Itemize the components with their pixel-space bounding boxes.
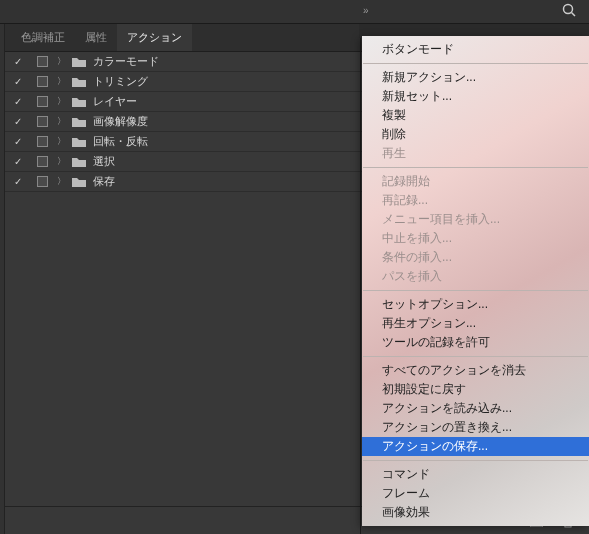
toggle-dialog-icon[interactable] bbox=[31, 56, 53, 67]
toggle-check-icon[interactable]: ✓ bbox=[5, 176, 31, 187]
actions-panel-menu: ボタンモード 新規アクション... 新規セット... 複製 削除 再生 記録開始… bbox=[362, 36, 589, 526]
toggle-check-icon[interactable]: ✓ bbox=[5, 156, 31, 167]
collapse-arrows-icon[interactable]: » bbox=[363, 5, 369, 16]
action-set-label: 画像解像度 bbox=[89, 114, 148, 129]
toggle-dialog-icon[interactable] bbox=[31, 156, 53, 167]
folder-icon bbox=[69, 153, 89, 171]
svg-line-1 bbox=[572, 13, 576, 17]
menu-image-effects[interactable]: 画像効果 bbox=[362, 503, 589, 522]
toggle-check-icon[interactable]: ✓ bbox=[5, 96, 31, 107]
menu-clear-all-actions[interactable]: すべてのアクションを消去 bbox=[362, 361, 589, 380]
menu-insert-stop: 中止を挿入... bbox=[362, 229, 589, 248]
menu-insert-conditional: 条件の挿入... bbox=[362, 248, 589, 267]
menu-button-mode[interactable]: ボタンモード bbox=[362, 40, 589, 59]
menu-new-action[interactable]: 新規アクション... bbox=[362, 68, 589, 87]
folder-icon bbox=[69, 173, 89, 191]
action-set-label: 回転・反転 bbox=[89, 134, 148, 149]
chevron-right-icon[interactable]: 〉 bbox=[53, 155, 69, 168]
folder-icon bbox=[69, 133, 89, 151]
folder-icon bbox=[69, 93, 89, 111]
toggle-dialog-icon[interactable] bbox=[31, 76, 53, 87]
toggle-dialog-icon[interactable] bbox=[31, 136, 53, 147]
toggle-dialog-icon[interactable] bbox=[31, 116, 53, 127]
tab-actions[interactable]: アクション bbox=[117, 24, 192, 51]
chevron-right-icon[interactable]: 〉 bbox=[53, 75, 69, 88]
menu-commands[interactable]: コマンド bbox=[362, 465, 589, 484]
menu-play: 再生 bbox=[362, 144, 589, 163]
menu-re-record: 再記録... bbox=[362, 191, 589, 210]
tab-color-correction[interactable]: 色調補正 bbox=[11, 24, 75, 51]
chevron-right-icon[interactable]: 〉 bbox=[53, 55, 69, 68]
menu-playback-options[interactable]: 再生オプション... bbox=[362, 314, 589, 333]
toggle-check-icon[interactable]: ✓ bbox=[5, 76, 31, 87]
chevron-right-icon[interactable]: 〉 bbox=[53, 115, 69, 128]
menu-set-options[interactable]: セットオプション... bbox=[362, 295, 589, 314]
search-icon[interactable] bbox=[561, 2, 577, 22]
toggle-check-icon[interactable]: ✓ bbox=[5, 136, 31, 147]
chevron-right-icon[interactable]: 〉 bbox=[53, 95, 69, 108]
menu-insert-menu-item: メニュー項目を挿入... bbox=[362, 210, 589, 229]
toggle-check-icon[interactable]: ✓ bbox=[5, 116, 31, 127]
menu-replace-actions[interactable]: アクションの置き換え... bbox=[362, 418, 589, 437]
action-set-label: 選択 bbox=[89, 154, 115, 169]
menu-reset-actions[interactable]: 初期設定に戻す bbox=[362, 380, 589, 399]
menu-frames[interactable]: フレーム bbox=[362, 484, 589, 503]
svg-point-0 bbox=[564, 5, 573, 14]
action-set-label: カラーモード bbox=[89, 54, 159, 69]
folder-icon bbox=[69, 53, 89, 71]
action-set-label: トリミング bbox=[89, 74, 148, 89]
toggle-dialog-icon[interactable] bbox=[31, 176, 53, 187]
menu-duplicate[interactable]: 複製 bbox=[362, 106, 589, 125]
menu-new-set[interactable]: 新規セット... bbox=[362, 87, 589, 106]
chevron-right-icon[interactable]: 〉 bbox=[53, 135, 69, 148]
menu-allow-tool-recording[interactable]: ツールの記録を許可 bbox=[362, 333, 589, 352]
menu-load-actions[interactable]: アクションを読み込み... bbox=[362, 399, 589, 418]
menu-insert-path: パスを挿入 bbox=[362, 267, 589, 286]
chevron-right-icon[interactable]: 〉 bbox=[53, 175, 69, 188]
menu-save-actions[interactable]: アクションの保存... bbox=[362, 437, 589, 456]
menu-delete[interactable]: 削除 bbox=[362, 125, 589, 144]
toggle-dialog-icon[interactable] bbox=[31, 96, 53, 107]
app-top-bar: » bbox=[0, 0, 589, 24]
tab-attributes[interactable]: 属性 bbox=[75, 24, 117, 51]
action-set-label: レイヤー bbox=[89, 94, 137, 109]
folder-icon bbox=[69, 113, 89, 131]
folder-icon bbox=[69, 73, 89, 91]
menu-start-recording: 記録開始 bbox=[362, 172, 589, 191]
toggle-check-icon[interactable]: ✓ bbox=[5, 56, 31, 67]
action-set-label: 保存 bbox=[89, 174, 115, 189]
